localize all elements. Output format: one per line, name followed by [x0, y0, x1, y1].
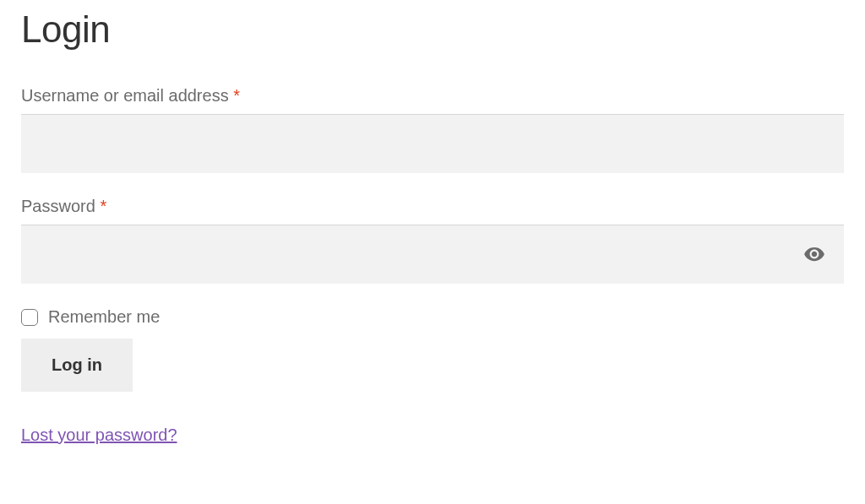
password-label: Password *: [21, 197, 844, 216]
username-label: Username or email address *: [21, 86, 844, 106]
username-label-text: Username or email address: [21, 86, 233, 105]
remember-checkbox[interactable]: [21, 309, 38, 326]
page-title: Login: [21, 8, 844, 51]
password-input[interactable]: [21, 225, 844, 284]
login-button[interactable]: Log in: [21, 339, 133, 392]
login-form: Username or email address * Password * R…: [21, 86, 844, 445]
password-row: Password *: [21, 197, 844, 284]
eye-icon: [803, 243, 825, 265]
username-input[interactable]: [21, 114, 844, 173]
username-row: Username or email address *: [21, 86, 844, 173]
password-wrapper: [21, 225, 844, 284]
remember-label: Remember me: [48, 307, 160, 327]
required-indicator: *: [100, 197, 106, 215]
required-indicator: *: [233, 86, 240, 105]
lost-password-link[interactable]: Lost your password?: [21, 425, 177, 444]
remember-row: Remember me: [21, 307, 844, 327]
lost-password-row: Lost your password?: [21, 425, 844, 445]
show-password-button[interactable]: [798, 238, 830, 270]
password-label-text: Password: [21, 197, 100, 215]
